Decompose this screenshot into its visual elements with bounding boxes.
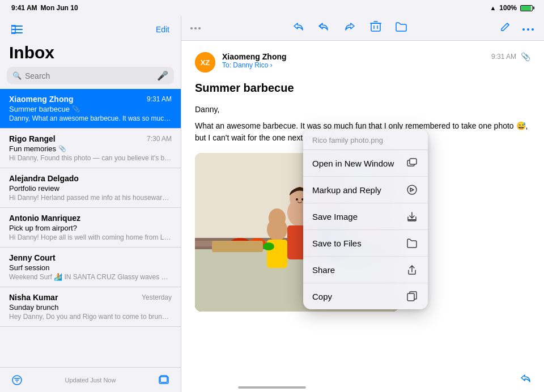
email-subject-1: Summer barbecue 📎 (9, 105, 172, 113)
delete-button[interactable] (369, 19, 382, 37)
toolbar-right (499, 20, 535, 36)
svg-point-15 (527, 28, 529, 31)
email-header-6: Nisha Kumar Yesterday (9, 293, 172, 302)
microphone-icon[interactable]: 🎤 (157, 70, 168, 81)
paperclip-icon-2: 📎 (58, 145, 66, 152)
save-to-files-icon (405, 236, 419, 250)
email-item-2[interactable]: Rigo Rangel 7:30 AM Fun memories 📎 Hi Da… (0, 129, 181, 168)
email-sender-3: Alejandra Delgado (9, 174, 79, 183)
sidebar-footer: Updated Just Now (0, 367, 181, 392)
email-preview-1: Danny, What an awesome barbecue. It was … (9, 114, 172, 122)
compose-stack-icon (158, 374, 169, 386)
email-subject-3: Portfolio review (9, 184, 172, 193)
avatar: XZ (195, 52, 215, 73)
status-bar-right: ▲ 100% (490, 4, 533, 12)
svg-point-14 (522, 28, 525, 31)
email-view: XZ Xiaomeng Zhong To: Danny Rico › 9:31 … (181, 16, 544, 392)
markup-reply-icon (405, 183, 419, 197)
email-to: To: Danny Rico › (222, 61, 484, 69)
folder-icon (395, 21, 407, 32)
forward-button[interactable] (343, 19, 358, 37)
status-bar-left: 9:41 AM Mon Jun 10 (11, 4, 78, 12)
email-preview-4: Hi Danny! Hope all is well with coming h… (9, 233, 172, 241)
stack-icon-button[interactable] (156, 372, 172, 388)
home-indicator (238, 386, 306, 389)
email-view-toolbar (181, 16, 544, 41)
email-item-1[interactable]: Xiaomeng Zhong 9:31 AM Summer barbecue 📎… (0, 89, 181, 129)
status-date: Mon Jun 10 (41, 4, 78, 12)
status-bar: 9:41 AM Mon Jun 10 ▲ 100% (0, 0, 544, 16)
reply-icon (292, 20, 304, 33)
email-sender-6: Nisha Kumar (9, 293, 58, 302)
sidebar-toggle-button[interactable] (9, 23, 25, 36)
svg-rect-10 (371, 23, 380, 31)
context-menu-markup-reply[interactable]: Markup and Reply (303, 177, 428, 203)
svg-point-55 (407, 185, 416, 194)
drag-handle (190, 27, 201, 29)
inbox-title: Inbox (0, 41, 181, 67)
search-bar[interactable]: 🔍 🎤 (7, 67, 174, 84)
save-image-icon (405, 210, 419, 223)
sidebar-icon (11, 25, 23, 34)
context-menu-filename: Rico family photo.png (312, 136, 383, 144)
reply-button[interactable] (291, 19, 305, 37)
reply-footer-button[interactable] (518, 371, 533, 389)
svg-rect-54 (410, 159, 416, 164)
email-subject-5: Surf session (9, 263, 172, 272)
filter-button[interactable] (9, 372, 25, 388)
svg-rect-1 (11, 29, 23, 30)
paperclip-icon-1: 📎 (72, 105, 80, 113)
email-preview-6: Hey Danny, Do you and Rigo want to come … (9, 313, 172, 321)
context-menu-save-to-files[interactable]: Save to Files (303, 230, 428, 257)
battery-fill (521, 6, 531, 11)
battery-percent: 100% (499, 4, 517, 12)
email-list: Xiaomeng Zhong 9:31 AM Summer barbecue 📎… (0, 89, 181, 367)
toolbar-actions (291, 19, 409, 37)
move-button[interactable] (394, 20, 409, 36)
email-item-6[interactable]: Nisha Kumar Yesterday Sunday brunch Hey … (0, 287, 181, 327)
email-subject-main: Summer barbecue (195, 82, 530, 95)
paperclip-icon-main: 📎 (521, 52, 530, 61)
context-menu-save-image[interactable]: Save Image (303, 203, 428, 230)
compose-icon (500, 21, 511, 32)
svg-point-49 (296, 198, 298, 201)
copy-icon (405, 289, 419, 303)
context-menu-share[interactable]: Share (303, 257, 428, 283)
trash-icon (370, 20, 381, 33)
status-time: 9:41 AM (11, 4, 37, 12)
reply-footer (518, 367, 533, 392)
email-subject-2: Fun memories 📎 (9, 144, 172, 153)
context-menu-open-new-window[interactable]: Open in New Window (303, 150, 428, 177)
svg-point-43 (263, 242, 274, 250)
email-salutation: Danny, (195, 104, 530, 116)
svg-rect-0 (11, 25, 23, 27)
sidebar-toolbar: Edit (0, 16, 181, 41)
email-header-5: Jenny Court (9, 253, 172, 262)
svg-rect-2 (11, 32, 23, 33)
battery-icon (520, 5, 533, 11)
edit-button[interactable]: Edit (154, 23, 172, 36)
email-item-3[interactable]: Alejandra Delgado Portfolio review Hi Da… (0, 168, 181, 208)
search-icon: 🔍 (12, 71, 22, 80)
more-button[interactable] (521, 20, 535, 36)
search-input[interactable] (25, 71, 154, 80)
share-label: Share (312, 265, 335, 275)
email-preview-3: Hi Danny! Herland passed me info at his … (9, 194, 172, 202)
email-subject-6: Sunday brunch (9, 303, 172, 312)
share-icon (405, 263, 419, 276)
svg-point-36 (269, 208, 286, 228)
email-sender-5: Jenny Court (9, 253, 56, 262)
sidebar: Edit Inbox 🔍 🎤 Xiaomeng Zhong 9:31 AM Su… (0, 16, 181, 392)
reply-all-button[interactable] (317, 19, 332, 37)
svg-rect-44 (212, 241, 263, 252)
context-menu-copy[interactable]: Copy (303, 283, 428, 309)
save-image-label: Save Image (312, 212, 358, 221)
more-icon (522, 28, 534, 31)
email-sender-1: Xiaomeng Zhong (9, 95, 74, 104)
updated-text: Updated Just Now (65, 377, 116, 384)
email-item-5[interactable]: Jenny Court Surf session Weekend Surf 🏄 … (0, 248, 181, 287)
email-header-2: Rigo Rangel 7:30 AM (9, 134, 172, 143)
email-item-4[interactable]: Antonio Manriquez Pick up from airport? … (0, 208, 181, 248)
context-menu: Rico family photo.png Open in New Window… (303, 129, 428, 309)
compose-button[interactable] (499, 20, 512, 36)
